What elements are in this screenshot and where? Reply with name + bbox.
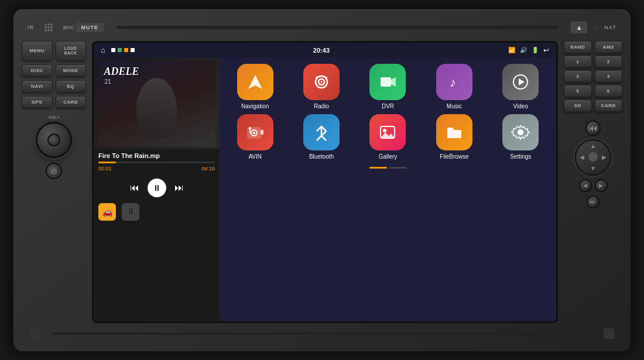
- right-prev[interactable]: ◀: [579, 179, 592, 192]
- singer-silhouette: [131, 68, 183, 138]
- svg-point-13: [249, 127, 251, 129]
- album-art-inner: ADELE 21: [98, 60, 215, 146]
- nav-down-arrow[interactable]: ▼: [590, 165, 596, 172]
- preset-6-button[interactable]: 6: [595, 85, 623, 97]
- app-video[interactable]: Video: [497, 64, 544, 109]
- home-icon[interactable]: ⌂: [101, 46, 105, 54]
- progress-bar[interactable]: [98, 162, 215, 163]
- preset-row-1: 1 2: [564, 56, 622, 68]
- music-label: Music: [447, 103, 462, 109]
- settings-label: Settings: [510, 153, 531, 160]
- screen: ⌂ 20:43 📶 🔊 🔋 ↩: [92, 41, 558, 323]
- mic-label: MIC: [63, 25, 75, 30]
- extra-icons-row: 🚗 ⠿: [94, 201, 220, 223]
- svg-marker-17: [381, 132, 395, 138]
- preset-1-button[interactable]: 1: [564, 56, 592, 68]
- settings-icon: [502, 114, 539, 150]
- navigation-icon: [237, 64, 273, 100]
- app-music[interactable]: ♪ Music: [431, 64, 478, 109]
- radio-label: Radio: [314, 103, 329, 109]
- music-panel: ADELE 21 Fire To The Rain.mp 00:01 04:16: [94, 58, 220, 321]
- app-avin[interactable]: AVIN: [232, 114, 279, 160]
- page-indicator: [224, 167, 551, 169]
- navigation-ring[interactable]: ▲ ◀ ▶ ▼: [575, 139, 611, 176]
- right-skip[interactable]: ⏭: [587, 196, 600, 208]
- screen-content: ADELE 21 Fire To The Rain.mp 00:01 04:16: [94, 58, 556, 321]
- mute-button[interactable]: MUTE: [75, 22, 105, 33]
- back-icon: ↩: [543, 46, 549, 54]
- svg-marker-0: [248, 75, 262, 89]
- loud-back-button[interactable]: LOUDBACK: [56, 41, 87, 61]
- controls-row: ⏮ ⏸ ⏭: [94, 175, 220, 201]
- gallery-icon: [369, 114, 406, 150]
- filebrowser-label: FileBrowse: [440, 153, 468, 160]
- prev-track-button[interactable]: ⏮: [585, 121, 601, 136]
- prev-button[interactable]: ⏮: [130, 183, 139, 193]
- top-bar: IR MIC MUTE ▲ NAT: [22, 16, 622, 39]
- mode-button[interactable]: MODE: [56, 64, 87, 77]
- preset-4-button[interactable]: 4: [595, 70, 623, 83]
- app-row-2: AVIN Bluetooth: [224, 114, 551, 160]
- mic-icon: [44, 23, 53, 32]
- app-dvr[interactable]: DVR: [364, 64, 411, 109]
- bluetooth-label: Bluetooth: [309, 153, 334, 160]
- eq-button[interactable]: EQ: [56, 80, 87, 92]
- left-panel: MENU LOUDBACK DISC MODE NAVI EQ GPS CARD…: [22, 41, 86, 323]
- preset-5-button[interactable]: 5: [564, 85, 592, 97]
- extra-icon-1[interactable]: 🚗: [98, 203, 116, 221]
- eject-button[interactable]: ▲: [570, 21, 588, 34]
- svg-rect-12: [261, 130, 263, 135]
- avin-icon: [237, 114, 273, 150]
- status-dot-4: [131, 48, 135, 52]
- nav-center-button[interactable]: [588, 152, 598, 162]
- bottom-divider: [52, 332, 592, 335]
- right-card-button[interactable]: CARD: [595, 100, 623, 112]
- preset-3-button[interactable]: 3: [564, 70, 592, 83]
- volume-knob-area: VOL+ ⏻: [22, 115, 86, 179]
- volume-icon: 🔊: [520, 47, 527, 53]
- song-title: Fire To The Rain.mp: [98, 152, 215, 159]
- menu-button[interactable]: MENU: [22, 41, 53, 61]
- play-pause-button[interactable]: ⏸: [148, 179, 166, 197]
- status-dot-2: [118, 48, 122, 52]
- app-gallery[interactable]: Gallery: [364, 114, 411, 160]
- volume-knob[interactable]: [36, 122, 72, 158]
- preset-2-button[interactable]: 2: [595, 56, 623, 68]
- right-next[interactable]: ▶: [595, 179, 608, 192]
- nav-up-arrow[interactable]: ▲: [590, 143, 596, 149]
- disc-button[interactable]: DISC: [22, 64, 53, 77]
- app-grid-panel: Navigation: [220, 58, 556, 321]
- nav-knob-area: ⏮ ▲ ◀ ▶ ▼ ◀ ▶ ⏭: [564, 121, 622, 208]
- app-settings[interactable]: Settings: [497, 114, 544, 160]
- bottom-right-icon: [604, 328, 614, 339]
- app-navigation[interactable]: Navigation: [232, 64, 279, 109]
- svg-point-16: [383, 129, 386, 132]
- knob-inner: [47, 133, 60, 146]
- filebrowser-icon: [436, 114, 472, 150]
- app-radio[interactable]: Radio: [298, 64, 345, 109]
- svg-point-11: [253, 132, 255, 134]
- navi-button[interactable]: NAVI: [22, 80, 53, 92]
- sd-card-row: SD CARD: [564, 100, 622, 112]
- status-right: 📶 🔊 🔋 ↩: [508, 46, 549, 54]
- sd-button[interactable]: SD: [564, 100, 592, 112]
- preset-row-2: 3 4: [564, 70, 622, 83]
- cd-slot: [117, 26, 559, 29]
- ams-button[interactable]: AMS: [595, 41, 623, 53]
- svg-marker-8: [519, 78, 525, 85]
- card-button[interactable]: CARD: [56, 96, 87, 108]
- status-left: ⌂: [101, 46, 135, 54]
- band-button[interactable]: BAND: [564, 41, 592, 53]
- nav-right-arrow[interactable]: ▶: [602, 154, 607, 160]
- nav-left-arrow[interactable]: ◀: [580, 154, 584, 160]
- app-bluetooth[interactable]: Bluetooth: [298, 114, 345, 160]
- power-button[interactable]: ⏻: [46, 163, 62, 179]
- time-current: 00:01: [98, 166, 112, 172]
- svg-rect-4: [381, 77, 391, 87]
- gps-button[interactable]: GPS: [22, 96, 53, 108]
- dvr-icon: [369, 64, 406, 100]
- next-button[interactable]: ⏭: [174, 183, 184, 193]
- app-filebrowser[interactable]: FileBrowse: [431, 114, 478, 160]
- extra-icon-2[interactable]: ⠿: [122, 203, 139, 221]
- artist-subtext: 21: [105, 78, 111, 85]
